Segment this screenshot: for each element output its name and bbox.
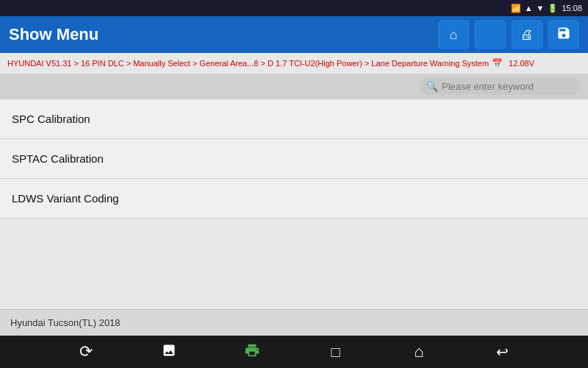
voltage-value: 12.08V [509,59,534,68]
battery-icon: 🔋 [548,4,558,13]
clock-icon: 15:08 [562,4,582,13]
calendar-icon: 📅 [492,58,503,68]
save-button[interactable] [548,21,579,49]
search-input[interactable] [442,81,573,92]
back-nav-button[interactable]: ↩ [489,339,515,365]
menu-item-label: SPTAC Calibration [12,152,104,165]
home-nav-icon: ⌂ [414,342,423,361]
content-area: SPC Calibration SPTAC Calibration LDWS V… [0,99,588,309]
user-icon: 👤 [482,26,498,43]
menu-item-label: SPC Calibration [12,113,90,125]
image-nav-button[interactable] [156,339,182,365]
status-bar: 📶 ▲ ▼ 🔋 15:08 [0,0,588,16]
menu-item-sptac[interactable]: SPTAC Calibration [0,139,588,179]
menu-item-label: LDWS Variant Coding [12,192,119,205]
square-nav-button[interactable]: □ [323,339,349,365]
home-nav-button[interactable]: ⌂ [406,339,432,365]
search-bar: 🔍 [0,74,588,99]
menu-item-spc[interactable]: SPC Calibration [0,99,588,139]
refresh-icon: ⟳ [79,342,93,361]
footer-text: Hyundai Tucson(TL) 2018 [10,317,121,328]
bluetooth-icon: 📶 [511,4,521,13]
wifi-icon: ▼ [537,4,545,13]
bottom-nav: ⟳ □ ⌂ ↩ [0,336,588,368]
breadcrumb-text: HYUNDAI V51.31 > 16 PIN DLC > Manually S… [7,59,489,68]
image-icon [161,343,177,361]
toolbar: Show Menu ⌂ 👤 🖨 [0,16,588,53]
search-icon: 🔍 [426,81,438,92]
back-icon: ↩ [496,343,509,361]
square-icon: □ [331,344,340,361]
print-nav-button[interactable] [239,339,265,365]
home-icon: ⌂ [450,27,458,43]
refresh-nav-button[interactable]: ⟳ [73,339,99,365]
print-button[interactable]: 🖨 [512,21,542,49]
home-button[interactable]: ⌂ [438,21,469,49]
search-wrapper[interactable]: 🔍 [419,77,581,95]
user-button[interactable]: 👤 [475,21,506,49]
status-icons: 📶 ▲ ▼ 🔋 15:08 [511,4,582,13]
menu-item-ldws[interactable]: LDWS Variant Coding [0,179,588,219]
breadcrumb: HYUNDAI V51.31 > 16 PIN DLC > Manually S… [0,53,588,74]
footer: Hyundai Tucson(TL) 2018 [0,309,588,336]
printer-icon: 🖨 [520,27,534,43]
save-icon [556,26,571,44]
page-title: Show Menu [9,25,432,44]
printer-nav-icon [244,342,260,362]
signal-icon: ▲ [525,4,533,13]
